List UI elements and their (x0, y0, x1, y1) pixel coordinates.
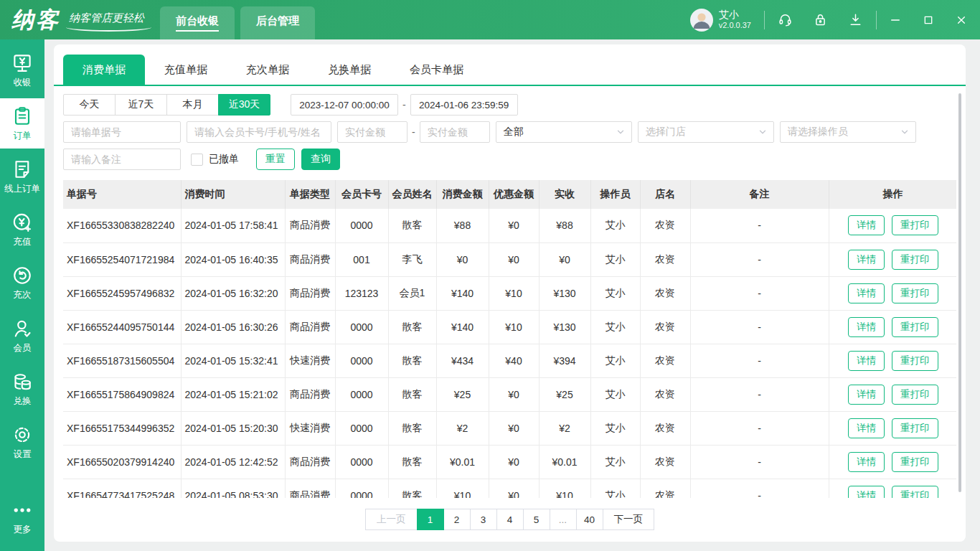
detail-button[interactable]: 详情 (848, 317, 885, 337)
cell-member_name: 散客 (388, 344, 436, 377)
reprint-button[interactable]: 重打印 (892, 351, 938, 371)
page-button-1[interactable]: 1 (417, 509, 444, 530)
quick-range-3[interactable]: 近30天 (218, 94, 270, 116)
reset-button[interactable]: 重置 (256, 149, 295, 170)
lock-icon[interactable] (813, 12, 828, 27)
tab-member-card-bills[interactable]: 会员卡单据 (390, 55, 483, 85)
cell-paid: ¥0 (539, 242, 590, 276)
date-to-input[interactable] (410, 94, 518, 116)
cell-actions: 详情 重打印 (829, 242, 956, 276)
quick-range-2[interactable]: 本月 (166, 94, 219, 116)
reprint-button[interactable]: 重打印 (892, 317, 938, 337)
reprint-button[interactable]: 重打印 (892, 283, 938, 303)
cell-type: 快速消费 (285, 411, 335, 445)
detail-button[interactable]: 详情 (848, 486, 885, 499)
tab-consume-bills[interactable]: 消费单据 (63, 55, 145, 85)
quick-range-group: 今天近7天本月近30天 (63, 94, 270, 116)
maximize-icon[interactable] (923, 14, 934, 26)
detail-button[interactable]: 详情 (848, 215, 885, 235)
service-icon[interactable] (778, 12, 793, 27)
reprint-button[interactable]: 重打印 (892, 418, 938, 438)
sidebar-item-online-orders[interactable]: 线上订单 (0, 151, 44, 202)
sidebar-item-orders[interactable]: 订单 (0, 98, 44, 149)
quick-range-0[interactable]: 今天 (63, 94, 116, 116)
detail-button[interactable]: 详情 (848, 351, 885, 371)
cell-time: 2024-01-05 16:30:26 (181, 310, 285, 344)
amount-min-input[interactable] (337, 121, 407, 143)
recharge-icon (11, 212, 33, 233)
tab-recharge-bills[interactable]: 充值单据 (145, 55, 227, 85)
detail-button[interactable]: 详情 (848, 250, 885, 270)
page-button-4[interactable]: 4 (496, 509, 524, 530)
sidebar-item-settings[interactable]: 设置 (0, 417, 44, 467)
sidebar-item-label: 收银 (14, 77, 32, 89)
page-button-40[interactable]: 40 (576, 509, 603, 530)
prev-page-button[interactable]: 上一页 (365, 509, 418, 530)
sidebar-item-more[interactable]: 更多 (0, 492, 44, 542)
cell-paid: ¥25 (539, 377, 590, 411)
tab-exchange-bills[interactable]: 兑换单据 (308, 55, 390, 85)
exchange-icon (11, 371, 33, 392)
reprint-button[interactable]: 重打印 (892, 215, 938, 235)
cell-card_no: 0000 (335, 377, 388, 411)
sidebar-item-exchange[interactable]: 兑换 (0, 364, 44, 414)
sidebar-item-members[interactable]: 会员 (0, 311, 44, 361)
topnav: 前台收银 后台管理 (160, 6, 315, 39)
close-icon[interactable] (956, 14, 967, 26)
page-button-2[interactable]: 2 (443, 509, 471, 530)
table-row: XF166552440957501442024-01-05 16:30:26商品… (63, 310, 956, 344)
revoked-checkbox[interactable] (191, 154, 203, 166)
cell-bill_no: XF16655245957496832 (63, 276, 181, 310)
member-search-input[interactable] (187, 121, 331, 143)
column-header: 操作员 (590, 180, 640, 209)
cell-time: 2024-01-05 16:40:35 (181, 242, 285, 276)
table-row: XF166550203799142402024-01-05 12:42:52商品… (63, 445, 956, 479)
page-ellipsis[interactable]: ... (550, 509, 577, 530)
avatar[interactable] (690, 9, 713, 32)
select-bill-type[interactable]: 全部 (496, 121, 632, 143)
quick-range-1[interactable]: 近7天 (115, 94, 167, 116)
cell-bill_no: XF16655244095750144 (63, 310, 181, 344)
reprint-button[interactable]: 重打印 (892, 250, 938, 270)
topnav-back-admin[interactable]: 后台管理 (240, 6, 315, 39)
reprint-button[interactable]: 重打印 (892, 452, 938, 472)
orders-icon (11, 105, 33, 127)
amount-max-input[interactable] (420, 121, 490, 143)
minimize-icon[interactable] (890, 14, 901, 26)
cell-member_name: 李飞 (388, 242, 436, 276)
detail-button[interactable]: 详情 (848, 385, 885, 405)
cell-discount: ¥10 (489, 310, 539, 344)
sidebar-item-recharge-times[interactable]: 充次 (0, 258, 44, 308)
cell-actions: 详情 重打印 (829, 344, 956, 377)
detail-button[interactable]: 详情 (848, 452, 885, 472)
tab-recharge-times-bills[interactable]: 充次单据 (227, 55, 308, 85)
sidebar-item-cashier[interactable]: 收银 (0, 45, 44, 95)
cell-type: 快速消费 (285, 344, 335, 377)
vertical-scrollbar[interactable] (958, 93, 961, 492)
cell-type: 商品消费 (285, 445, 335, 479)
sidebar-item-recharge[interactable]: 充值 (0, 204, 44, 255)
cell-bill_no: XF16655020379914240 (63, 445, 181, 479)
select-store[interactable]: 选择门店 (638, 121, 774, 143)
search-button[interactable]: 查询 (301, 149, 340, 170)
detail-button[interactable]: 详情 (848, 283, 885, 303)
bill-no-input[interactable] (63, 121, 181, 143)
detail-button[interactable]: 详情 (848, 418, 885, 438)
cell-operator: 艾小 (590, 242, 640, 276)
user-name: 艾小 (719, 9, 751, 22)
topnav-front-cashier[interactable]: 前台收银 (160, 6, 235, 39)
download-icon[interactable] (848, 12, 863, 27)
cell-member_name: 散客 (388, 445, 436, 479)
reprint-button[interactable]: 重打印 (892, 385, 938, 405)
sidebar-item-label: 会员 (14, 342, 32, 354)
next-page-button[interactable]: 下一页 (603, 509, 655, 530)
select-operator[interactable]: 请选择操作员 (780, 121, 916, 143)
cell-card_no: 001 (335, 242, 388, 276)
remark-input[interactable] (63, 149, 181, 170)
page-button-3[interactable]: 3 (470, 509, 497, 530)
page-button-5[interactable]: 5 (523, 509, 550, 530)
date-from-input[interactable] (291, 94, 398, 116)
settings-icon (11, 424, 33, 446)
reprint-button[interactable]: 重打印 (892, 486, 938, 499)
cell-actions: 详情 重打印 (829, 377, 956, 411)
